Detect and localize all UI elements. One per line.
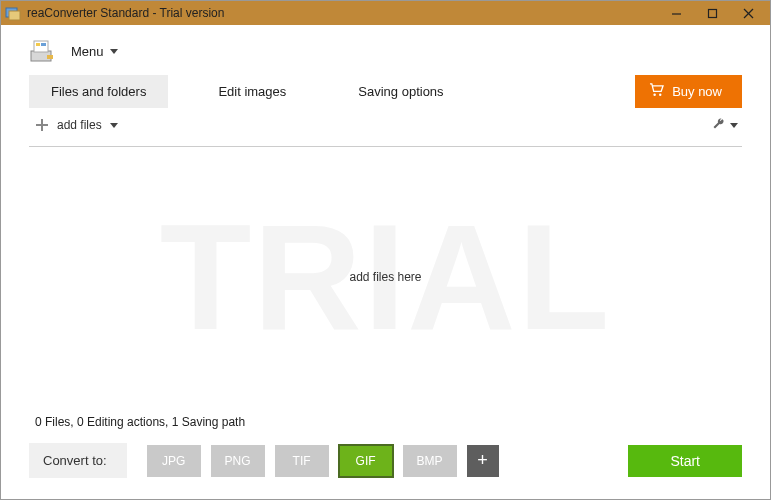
add-files-button[interactable]: add files [29,116,124,134]
svg-rect-7 [34,41,48,52]
maximize-button[interactable] [694,1,730,25]
format-png-button[interactable]: PNG [211,445,265,477]
window-controls [658,1,766,25]
settings-dropdown[interactable] [708,114,742,136]
svg-rect-1 [9,11,20,20]
menu-dropdown[interactable]: Menu [71,44,118,59]
tab-edit-images[interactable]: Edit images [196,75,308,108]
format-bmp-button[interactable]: BMP [403,445,457,477]
buy-now-label: Buy now [672,84,722,99]
minimize-button[interactable] [658,1,694,25]
app-icon [29,37,57,65]
start-button[interactable]: Start [628,445,742,477]
window-title: reaConverter Standard - Trial version [27,6,658,20]
cart-icon [649,83,664,100]
close-button[interactable] [730,1,766,25]
format-add-button[interactable]: + [467,445,499,477]
convert-to-label: Convert to: [29,443,127,478]
drop-hint: add files here [349,270,421,284]
svg-rect-8 [36,43,40,46]
svg-rect-9 [41,43,46,46]
bottom-bar: Convert to: JPG PNG TIF GIF BMP + Start [1,435,770,490]
app-small-icon [5,5,21,21]
top-toolbar: Menu [1,25,770,75]
drop-area[interactable]: TRIAL add files here [29,147,742,407]
buy-now-button[interactable]: Buy now [635,75,742,108]
svg-rect-10 [47,55,53,59]
format-tif-button[interactable]: TIF [275,445,329,477]
chevron-down-icon [730,123,738,128]
status-text: 0 Files, 0 Editing actions, 1 Saving pat… [1,407,770,435]
format-jpg-button[interactable]: JPG [147,445,201,477]
add-files-label: add files [57,118,102,132]
sub-toolbar: add files [29,108,742,147]
chevron-down-icon [110,49,118,54]
svg-rect-3 [708,9,716,17]
main-tabs: Files and folders Edit images Saving opt… [1,75,770,108]
svg-point-11 [654,93,656,95]
format-gif-button[interactable]: GIF [339,445,393,477]
svg-point-12 [659,93,661,95]
menu-label-text: Menu [71,44,104,59]
chevron-down-icon [110,123,118,128]
tab-files-folders[interactable]: Files and folders [29,75,168,108]
wrench-icon [712,116,726,134]
plus-icon [35,118,49,132]
tab-saving-options[interactable]: Saving options [336,75,465,108]
titlebar: reaConverter Standard - Trial version [1,1,770,25]
